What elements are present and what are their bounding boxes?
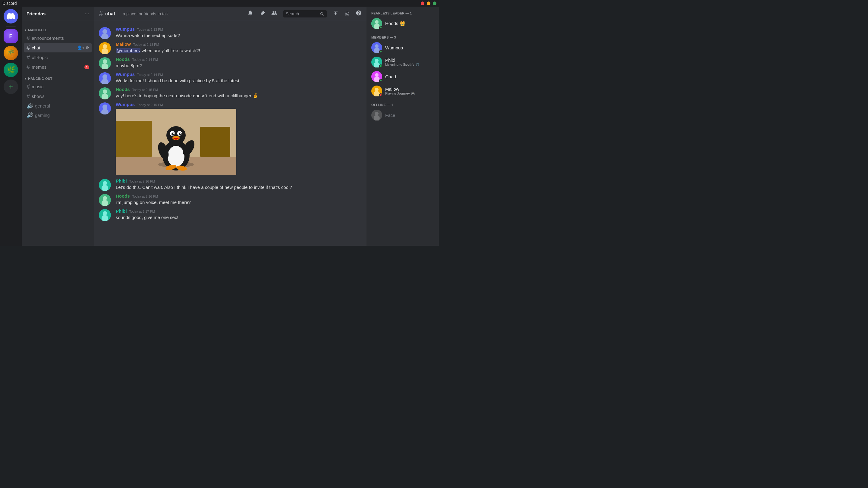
channel-name: off-topic [32, 55, 89, 60]
message-content: Wumpus Today at 2:13 PM Wanna watch the … [116, 27, 362, 39]
svg-rect-21 [116, 121, 152, 157]
bell-icon[interactable] [247, 10, 253, 18]
channel-memes[interactable]: # memes 1 [24, 62, 92, 72]
category-label: MAIN HALL [28, 28, 47, 32]
window-controls [421, 1, 436, 5]
channel-announcements[interactable]: # announcements [24, 33, 92, 43]
close-btn[interactable] [421, 1, 424, 5]
message-text: sounds good, give me one sec! [116, 214, 362, 221]
message-text: @members when are y'all free to watch?! [116, 47, 362, 54]
channel-music[interactable]: # music [24, 82, 92, 91]
maximize-btn[interactable] [433, 1, 436, 5]
channel-chat[interactable]: # chat 👤+ ⚙ [24, 43, 92, 53]
username: Wumpus [116, 27, 135, 32]
member-name: Chad [385, 74, 434, 79]
server-icon-3[interactable]: 🌿 [4, 63, 18, 77]
timestamp: Today at 2:14 PM [132, 58, 158, 61]
member-name: Phibi [385, 58, 434, 63]
channel-gaming[interactable]: 🔊 gaming [24, 110, 92, 120]
discord-home-button[interactable] [4, 9, 18, 24]
svg-point-60 [375, 88, 378, 91]
member-item-phibi[interactable]: Phibi Listening to Spotify 🎵 [369, 55, 436, 69]
message-content: Phibi Today at 2:17 PM sounds good, give… [116, 208, 362, 221]
message-group: Hoods Today at 2:16 PM i'm jumping on vo… [94, 193, 367, 207]
server-list: F 🌴 🌿 + [0, 7, 22, 246]
message-content: Hoods Today at 2:15 PM yay! here's to ho… [116, 87, 362, 99]
message-group: Hoods Today at 2:14 PM maybe 8pm? [94, 56, 367, 70]
members-category-offline: OFFLINE — 1 [369, 98, 436, 108]
members-icon[interactable] [271, 10, 277, 18]
member-avatar [371, 86, 382, 96]
category-arrow: ▼ [24, 29, 27, 32]
chat-header: # chat a place for friends to talk Searc… [94, 7, 367, 21]
server-header[interactable]: Friendos ··· [22, 7, 94, 21]
svg-point-26 [166, 126, 186, 144]
help-icon[interactable] [355, 10, 362, 18]
server-icon-friendos[interactable]: F [4, 29, 18, 43]
member-avatar [371, 57, 382, 67]
member-item-hoods[interactable]: Hoods 👑 [369, 16, 436, 31]
hash-icon: # [27, 54, 30, 61]
svg-point-1 [102, 29, 107, 34]
message-header: Wumpus Today at 2:14 PM [116, 72, 362, 77]
message-header: Wumpus Today at 2:15 PM [116, 102, 362, 107]
channel-name: general [35, 103, 89, 108]
channel-general[interactable]: 🔊 general [24, 101, 92, 110]
message-group: Hoods Today at 2:15 PM yay! here's to ho… [94, 86, 367, 100]
pingu-gif [116, 109, 236, 175]
status-dot [379, 50, 382, 53]
channel-actions: 👤+ ⚙ [77, 45, 89, 50]
avatar [99, 57, 111, 69]
add-member-icon[interactable]: 👤+ [77, 45, 84, 50]
username: Wumpus [116, 102, 135, 107]
member-item-mallow[interactable]: Mallow Playing Journey 🎮 [369, 84, 436, 98]
message-text: Let's do this. Can't wait. Also I think … [116, 184, 362, 190]
message-group: Wumpus Today at 2:15 PM [94, 101, 367, 176]
avatar [99, 102, 111, 115]
titlebar: Discord [0, 0, 439, 7]
message-text: yay! here's to hoping the next episode d… [116, 93, 362, 99]
svg-point-51 [375, 44, 378, 48]
settings-icon[interactable]: ⚙ [86, 45, 89, 50]
unread-badge: 1 [84, 65, 89, 69]
timestamp: Today at 2:13 PM [137, 28, 163, 31]
members-category-online: MEMBERS — 3 [369, 31, 436, 40]
message-content: Hoods Today at 2:14 PM maybe 8pm? [116, 57, 362, 69]
message-group: Wumpus Today at 2:14 PM Works for me! I … [94, 71, 367, 85]
member-item-wumpus[interactable]: Wumpus [369, 40, 436, 55]
channel-off-topic[interactable]: # off-topic [24, 53, 92, 62]
search-box[interactable]: Search [283, 10, 327, 18]
member-item-face[interactable]: Face [369, 108, 436, 122]
server-divider [6, 26, 16, 27]
download-icon[interactable] [333, 10, 339, 18]
message-group: Mallow Today at 2:13 PM @members when ar… [94, 41, 367, 55]
voice-icon: 🔊 [27, 112, 33, 119]
message-content: Wumpus Today at 2:15 PM [116, 102, 362, 176]
timestamp: Today at 2:13 PM [133, 43, 159, 46]
member-item-chad[interactable]: Chad [369, 69, 436, 84]
member-avatar [371, 110, 382, 121]
pin-icon[interactable] [259, 10, 265, 18]
server-name: Friendos [27, 11, 45, 16]
voice-icon: 🔊 [27, 102, 33, 109]
add-server-button[interactable]: + [4, 79, 18, 94]
channel-shows[interactable]: # shows [24, 92, 92, 101]
inbox-icon[interactable]: @ [345, 11, 350, 17]
server-more-button[interactable]: ··· [85, 10, 89, 17]
minimize-btn[interactable] [427, 1, 430, 5]
message-content: Phibi Today at 2:16 PM Let's do this. Ca… [116, 178, 362, 191]
member-name: Face [385, 113, 434, 118]
server-icon-2[interactable]: 🌴 [4, 46, 18, 60]
message-content: Hoods Today at 2:16 PM i'm jumping on vo… [116, 193, 362, 206]
member-info: Hoods 👑 [385, 21, 434, 26]
category-main-hall[interactable]: ▼ MAIN HALL [22, 24, 94, 33]
message-text: i'm jumping on voice. meet me there? [116, 199, 362, 205]
username: Hoods [116, 87, 130, 92]
chat-channel-name: chat [105, 11, 115, 17]
category-hanging-out[interactable]: ▼ HANGING OUT [22, 72, 94, 82]
message-header: Phibi Today at 2:17 PM [116, 208, 362, 214]
svg-point-63 [375, 112, 378, 116]
svg-point-39 [103, 181, 107, 185]
member-info: Face [385, 113, 434, 118]
avatar [99, 27, 111, 39]
